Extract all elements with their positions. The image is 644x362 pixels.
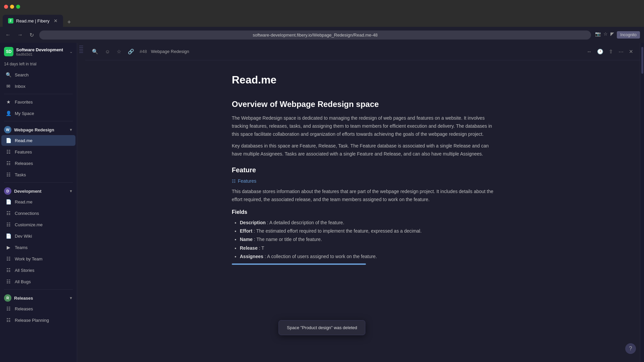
link-toolbar-icon[interactable]: 🔗 (126, 47, 136, 56)
sidebar-item-devwiki[interactable]: 📄 Dev Wiki (1, 231, 75, 241)
overview-heading: Overview of Webpage Redesign space (232, 100, 493, 109)
sidebar-item-release-planning[interactable]: ☷ Release Planning (1, 315, 75, 325)
section-name-dev: Development (14, 189, 42, 194)
incognito-button[interactable]: Incognito (617, 31, 640, 39)
scroll-thumb[interactable] (641, 47, 643, 74)
connections-label: Connections (15, 211, 71, 216)
feature-heading: Feature (232, 166, 493, 174)
field-name-text: : The name or title of the feature. (254, 237, 322, 242)
marker-line-1 (79, 46, 83, 46)
releases-webpage-label: Releases (15, 161, 71, 166)
sidebar-item-readme-dev[interactable]: 📄 Read.me (1, 196, 75, 207)
sidebar-divider-1 (4, 94, 73, 94)
release-planning-label: Release Planning (15, 318, 71, 323)
sidebar-item-releases-webpage[interactable]: ☷ Releases (1, 158, 75, 169)
back-button[interactable]: ← (4, 31, 12, 39)
search-toolbar-icon[interactable]: 🔍 (91, 47, 100, 56)
features-grid-icon: ☷ (5, 149, 11, 155)
sidebar-item-search[interactable]: 🔍 Search (1, 69, 75, 80)
forward-button[interactable]: → (16, 31, 24, 39)
more-options-icon[interactable]: ⋯ (617, 47, 625, 56)
sidebar-item-features[interactable]: ☷ Features (1, 146, 75, 157)
favorites-icon: ★ (5, 99, 11, 105)
workspace-header[interactable]: SD Software Development 6ad8d3d1 ⌄ (0, 43, 77, 60)
search-icon: 🔍 (5, 72, 11, 78)
allbugs-label: All Bugs (15, 279, 71, 284)
history-icon[interactable]: 🕐 (596, 47, 605, 56)
customize-label: Customize.me (15, 222, 71, 227)
collapse-icon[interactable]: ↔ (585, 47, 593, 56)
emoji-toolbar-icon[interactable]: ☺ (104, 47, 111, 56)
scrollbar[interactable] (640, 43, 644, 362)
sidebar-item-myspace[interactable]: 👤 My Space (1, 108, 75, 119)
toolbar-item-id: #48 (140, 49, 147, 54)
sidebar-item-teams[interactable]: ▶ Teams (1, 242, 75, 253)
marker-line-2 (79, 47, 83, 48)
db-link-grid-icon: ☷ (232, 179, 236, 184)
sidebar-item-readme-webpage[interactable]: 📄 Read.me (1, 135, 75, 146)
sidebar-item-allbugs[interactable]: ☷ All Bugs (1, 276, 75, 287)
app: SD Software Development 6ad8d3d1 ⌄ 14 da… (0, 43, 644, 362)
myspace-label: My Space (15, 111, 71, 116)
new-tab-button[interactable]: + (64, 17, 74, 27)
releases-grid-icon: ☷ (5, 160, 11, 166)
section-name-webpage: Webpage Redesign (14, 127, 54, 132)
sidebar-item-favorites[interactable]: ★ Favorites (1, 97, 75, 107)
star-toolbar-icon[interactable]: ☆ (115, 47, 122, 56)
field-release-text: : T (259, 245, 264, 251)
release-planning-icon: ☷ (5, 317, 11, 323)
sidebar-item-inbox[interactable]: ✉ Inbox (1, 81, 75, 92)
search-label: Search (15, 72, 71, 77)
devwiki-label: Dev Wiki (15, 234, 71, 239)
sidebar-divider-3 (4, 182, 73, 183)
marker-line-4 (79, 51, 83, 51)
camera-off-icon[interactable]: 📷 (595, 31, 601, 39)
active-tab[interactable]: F Read.me | Fibery ✕ (3, 15, 63, 27)
maximize-window-btn[interactable] (16, 5, 20, 9)
sidebar-item-customize[interactable]: ☷ Customize.me (1, 219, 75, 230)
share-icon[interactable]: ⇧ (607, 47, 614, 56)
marker-line-3 (79, 49, 83, 50)
sidebar-item-connections[interactable]: ☷ Connections (1, 208, 75, 219)
section-header-dev[interactable]: D Development ▼ (0, 185, 77, 196)
main-content: 🔍 ☺ ☆ 🔗 #48 Webpage Redesign ↔ 🕐 ⇧ ⋯ ✕ R… (85, 43, 640, 362)
trial-text: 14 days left in trial (4, 62, 37, 66)
close-window-btn[interactable] (4, 5, 8, 9)
field-effort-text: : The estimated effort required to imple… (254, 228, 422, 234)
browser-chrome: F Read.me | Fibery ✕ + ← → ↻ 📷 ☆ ◤ Incog… (0, 0, 644, 43)
field-description-text: : A detailed description of the feature. (267, 220, 344, 225)
address-input[interactable] (39, 31, 591, 40)
field-name: Name : The name or title of the feature. (240, 235, 493, 244)
field-assignees-text: : A collection of users assigned to work… (265, 254, 377, 259)
bookmark-icon[interactable]: ☆ (603, 31, 608, 39)
field-effort-name: Effort (240, 228, 252, 234)
workbyteam-label: Work by Team (15, 256, 71, 261)
sidebar-item-releases-main[interactable]: ☷ Releases (1, 303, 75, 314)
sidebar-item-allstories[interactable]: ☷ All Stories (1, 265, 75, 276)
section-icon-releases: R (4, 294, 11, 302)
field-description-name: Description (240, 220, 266, 225)
minimize-window-btn[interactable] (10, 5, 14, 9)
field-release: Release : T (240, 244, 493, 252)
address-actions: 📷 ☆ ◤ Incognito (595, 31, 640, 39)
devices-icon[interactable]: ◤ (610, 31, 614, 39)
help-button[interactable]: ? (625, 343, 636, 354)
address-bar: ← → ↻ 📷 ☆ ◤ Incognito (0, 27, 644, 43)
field-name-name: Name (240, 237, 253, 242)
refresh-button[interactable]: ↻ (28, 31, 35, 40)
close-panel-icon[interactable]: ✕ (628, 47, 635, 56)
readme-doc-icon: 📄 (5, 137, 11, 143)
workspace-chevron-icon: ⌄ (69, 49, 73, 54)
toolbar-breadcrumb: Webpage Redesign (151, 49, 189, 54)
progress-bar (232, 263, 366, 265)
sidebar-divider-2 (4, 121, 73, 121)
features-db-link[interactable]: ☷ Features (232, 178, 256, 184)
tab-close-btn[interactable]: ✕ (54, 18, 58, 23)
marker-line-5 (79, 52, 83, 53)
sidebar-item-tasks[interactable]: ☷ Tasks (1, 169, 75, 180)
section-header-releases[interactable]: R Releases ▼ (0, 292, 77, 303)
field-effort: Effort : The estimated effort required t… (240, 227, 493, 235)
features-link-text: Features (238, 178, 256, 184)
sidebar-item-workbyteam[interactable]: ☷ Work by Team (1, 253, 75, 264)
section-header-webpage[interactable]: W Webpage Redesign ▼ (0, 123, 77, 135)
